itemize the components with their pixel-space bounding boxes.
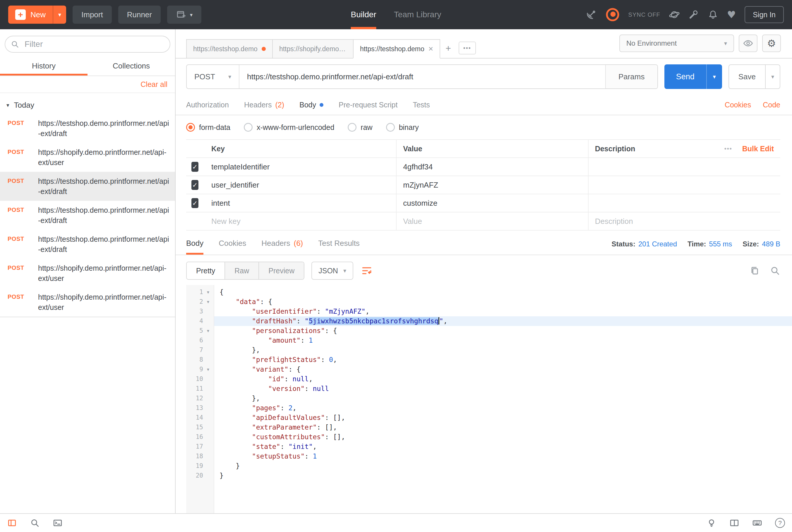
method-select[interactable]: POST ▾: [187, 65, 240, 88]
code-text[interactable]: {: [214, 287, 792, 297]
history-item[interactable]: POSThttps://testshop.demo.printformer.ne…: [0, 230, 175, 259]
new-button[interactable]: + New ▾: [8, 5, 66, 24]
code-text[interactable]: "data": {: [214, 297, 792, 307]
code-text[interactable]: "apiDefaultValues": [],: [214, 413, 792, 422]
kv-description-cell[interactable]: [589, 158, 780, 175]
kv-new-description-input[interactable]: Description: [589, 212, 780, 230]
kv-value-cell[interactable]: 4gfhdf34: [397, 158, 588, 175]
sidebar-toggle-icon[interactable]: [7, 518, 17, 528]
kv-description-cell[interactable]: [589, 176, 780, 194]
kv-description-cell[interactable]: [589, 194, 780, 212]
wrap-text-button[interactable]: [361, 265, 373, 277]
save-options-caret[interactable]: ▾: [765, 65, 780, 88]
clear-all-link[interactable]: Clear all: [140, 80, 167, 89]
bulk-edit-link[interactable]: Bulk Edit: [742, 145, 774, 153]
save-button[interactable]: Save: [729, 65, 765, 88]
code-text[interactable]: },: [214, 394, 792, 403]
kv-new-key-input[interactable]: New key: [205, 212, 397, 230]
view-raw-button[interactable]: Raw: [225, 262, 259, 279]
sign-in-button[interactable]: Sign In: [744, 6, 784, 23]
heart-icon[interactable]: ♥: [727, 10, 736, 20]
fold-caret-icon[interactable]: ▾: [203, 287, 213, 297]
code-text[interactable]: "preflightStatus": 0,: [214, 355, 792, 365]
fold-caret-icon[interactable]: ▾: [203, 297, 213, 307]
environment-select[interactable]: No Environment ▾: [619, 35, 734, 52]
two-pane-icon[interactable]: [729, 518, 739, 528]
history-item[interactable]: POSThttps://testshop.demo.printformer.ne…: [0, 114, 175, 143]
console-icon[interactable]: [53, 518, 63, 528]
code-text[interactable]: "version": null: [214, 384, 792, 394]
global-search-icon[interactable]: [30, 518, 40, 528]
body-type-form-data[interactable]: form-data: [186, 123, 230, 132]
code-text[interactable]: "state": "init",: [214, 442, 792, 452]
history-item[interactable]: POSThttps://shopify.demo.printformer.net…: [0, 143, 175, 172]
kv-value-cell[interactable]: mZjynAFZ: [397, 176, 588, 194]
fold-caret-icon[interactable]: ▾: [203, 326, 213, 336]
code-text[interactable]: "userIdentifier": "mZjynAFZ",: [214, 307, 792, 316]
help-icon[interactable]: ?: [775, 518, 785, 528]
fold-caret-icon[interactable]: ▾: [203, 365, 213, 374]
new-window-button[interactable]: ▾: [167, 5, 201, 24]
code-text[interactable]: "setupStatus": 1: [214, 452, 792, 461]
code-text[interactable]: }: [214, 461, 792, 471]
send-button[interactable]: Send: [664, 64, 706, 89]
response-tab-test-results[interactable]: Test Results: [318, 233, 360, 254]
code-text[interactable]: },: [214, 345, 792, 355]
request-tab-tests[interactable]: Tests: [413, 101, 430, 109]
history-item[interactable]: POSThttps://testshop.demo.printformer.ne…: [0, 172, 175, 201]
add-tab-button[interactable]: +: [440, 39, 457, 58]
url-input[interactable]: [240, 65, 605, 88]
request-tab-headers[interactable]: Headers(2): [244, 101, 284, 109]
sync-satellite-icon[interactable]: [586, 9, 597, 20]
code-text[interactable]: "extraParameter": [],: [214, 422, 792, 432]
checkbox[interactable]: ✓: [191, 162, 199, 172]
code-text[interactable]: "customAttributes": [],: [214, 432, 792, 442]
request-tab-authorization[interactable]: Authorization: [186, 101, 229, 109]
kv-key-cell[interactable]: templateIdentifier: [205, 158, 397, 175]
view-pretty-button[interactable]: Pretty: [187, 262, 225, 279]
body-type-x-www-form-urlencoded[interactable]: x-www-form-urlencoded: [244, 123, 334, 132]
code-text[interactable]: "amount": 1: [214, 336, 792, 345]
history-group-today[interactable]: ▾ Today: [0, 93, 175, 114]
tab-overflow-button[interactable]: •••: [459, 41, 476, 54]
open-request-tab[interactable]: https://testshop.demo: [186, 39, 273, 58]
search-response-icon[interactable]: [770, 265, 780, 276]
history-item[interactable]: POSThttps://shopify.demo.printformer.net…: [0, 288, 175, 317]
kv-new-value-input[interactable]: Value: [397, 212, 588, 230]
view-preview-button[interactable]: Preview: [259, 262, 304, 279]
environment-preview-button[interactable]: [739, 35, 757, 52]
code-text[interactable]: }: [214, 471, 792, 480]
topnav-team-library[interactable]: Team Library: [394, 0, 441, 29]
kv-value-cell[interactable]: customize: [397, 194, 588, 212]
copy-icon[interactable]: [749, 265, 760, 276]
planet-icon[interactable]: [669, 10, 680, 20]
code-text[interactable]: "draftHash": "5jiwxhwzsb5nkcbpac1srofsvh…: [214, 316, 792, 326]
sidebar-tab-collections[interactable]: Collections: [88, 58, 175, 76]
code-text[interactable]: "personalizations": {: [214, 326, 792, 336]
checkbox[interactable]: ✓: [191, 180, 199, 190]
topnav-builder[interactable]: Builder: [351, 0, 376, 29]
filter-input[interactable]: [5, 36, 170, 53]
history-item[interactable]: POSThttps://shopify.demo.printformer.net…: [0, 259, 175, 288]
code-link[interactable]: Code: [763, 101, 780, 109]
body-type-binary[interactable]: binary: [386, 123, 419, 132]
response-tab-cookies[interactable]: Cookies: [219, 233, 246, 254]
body-type-raw[interactable]: raw: [348, 123, 372, 132]
checkbox[interactable]: ✓: [191, 198, 199, 208]
send-options-caret[interactable]: ▾: [706, 64, 722, 89]
lightbulb-icon[interactable]: [706, 518, 716, 528]
params-button[interactable]: Params: [605, 65, 657, 88]
code-text[interactable]: "variant": {: [214, 365, 792, 374]
new-dropdown-caret[interactable]: ▾: [53, 5, 66, 24]
bell-icon[interactable]: [708, 10, 718, 20]
request-tab-body[interactable]: Body: [299, 101, 323, 109]
sidebar-tab-history[interactable]: History: [0, 58, 88, 76]
response-tab-headers[interactable]: Headers(6): [261, 233, 303, 254]
code-text[interactable]: "pages": 2,: [214, 403, 792, 413]
kv-more-icon[interactable]: •••: [724, 146, 732, 152]
open-request-tab[interactable]: https://testshop.demo×: [353, 39, 440, 58]
import-button[interactable]: Import: [73, 5, 112, 24]
request-tab-pre-request-script[interactable]: Pre-request Script: [339, 101, 397, 109]
runner-button[interactable]: Runner: [118, 5, 161, 24]
cookies-link[interactable]: Cookies: [725, 101, 751, 109]
